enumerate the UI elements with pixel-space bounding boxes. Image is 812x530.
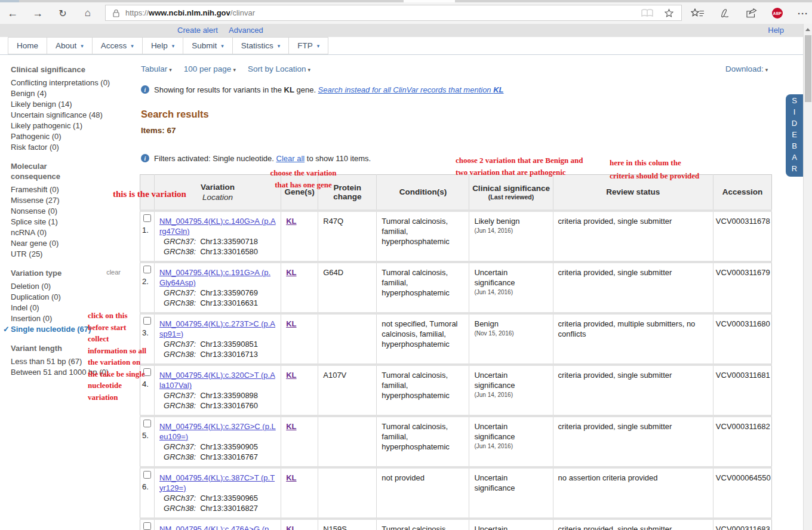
row-checkbox[interactable] <box>143 214 151 222</box>
page-scrollbar[interactable] <box>803 24 812 530</box>
nav-about[interactable]: About▾ <box>47 37 93 54</box>
facet-clear-link[interactable]: clear <box>106 269 121 276</box>
facet-likely-benign[interactable]: Likely benign (14) <box>11 99 137 110</box>
browser-menu-icon[interactable]: ··· <box>798 8 808 19</box>
page-top-strip: Create alert Advanced Help <box>0 24 803 37</box>
gene-link[interactable]: KL <box>286 525 296 530</box>
clinical-significance: Benign <box>474 319 548 329</box>
annotation-gene-column: choose the variation that has one gene <box>262 167 345 191</box>
gene-link[interactable]: KL <box>286 422 296 431</box>
gene-link[interactable]: KL <box>286 473 296 482</box>
table-row: 4. NM_004795.4(KL):c.320C>T (p.Ala107Val… <box>140 365 772 416</box>
notice-text: Showing for results for variants in the <box>154 85 284 94</box>
condition: not specified, Tumoral calcinosis, famil… <box>377 313 469 365</box>
clinical-significance: Likely benign <box>474 216 548 226</box>
nav-access[interactable]: Access▾ <box>92 37 143 54</box>
chevron-down-icon: ▾ <box>278 43 281 49</box>
variation-link[interactable]: NM_004795.4(KL):c.327G>C (p.Leu109=) <box>159 422 276 441</box>
grch38-label: GRCh38: <box>164 452 196 461</box>
nav-help[interactable]: Help▾ <box>142 37 183 54</box>
address-bar[interactable]: https://www.ncbi.nlm.nih.gov/clinvar <box>105 5 682 21</box>
variation-link[interactable]: NM_004795.4(KL):c.273T>C (p.Asp91=) <box>159 319 275 338</box>
back-icon[interactable]: ← <box>0 7 25 20</box>
sort-dropdown[interactable]: Sort by Location▾ <box>248 64 310 73</box>
sidebar-pull-tab[interactable]: SIDEBAR <box>786 94 803 177</box>
browser-toolbar: ← → ↻ ⌂ https://www.ncbi.nlm.nih.gov/cli… <box>0 2 812 24</box>
favorite-star-icon[interactable] <box>664 8 674 18</box>
row-number: 2. <box>140 277 154 286</box>
row-number: 5. <box>140 431 154 440</box>
protein-change <box>318 467 377 519</box>
table-row: 2. NM_004795.4(KL):c.191G>A (p.Gly64Asp)… <box>140 262 772 313</box>
row-number: 6. <box>140 482 154 491</box>
grch38-value: Chr13:33016713 <box>200 350 258 359</box>
share-icon[interactable] <box>746 8 757 18</box>
facet-pathogenic[interactable]: Pathogenic (0) <box>11 131 137 142</box>
table-row: 6. NM_004795.4(KL):c.387C>T (p.Tyr129=) … <box>140 467 772 519</box>
nav-statistics[interactable]: Statistics▾ <box>232 37 290 54</box>
chevron-down-icon: ▾ <box>131 43 134 49</box>
row-checkbox[interactable] <box>143 420 151 427</box>
gene-link[interactable]: KL <box>286 319 296 328</box>
row-checkbox[interactable] <box>143 522 151 530</box>
scroll-up-arrow-icon[interactable] <box>805 28 810 31</box>
variation-link[interactable]: NM_004795.4(KL):c.387C>T (p.Tyr129=) <box>159 473 275 492</box>
chevron-down-icon: ▾ <box>81 43 84 49</box>
chevron-down-icon: ▾ <box>317 43 320 49</box>
annotate-pen-icon[interactable] <box>719 8 731 18</box>
filters-notice: i Filters activated: Single nucleotide. … <box>141 154 371 163</box>
variation-link[interactable]: NM_004795.4(KL):c.191G>A (p.Gly64Asp) <box>159 268 270 287</box>
condition: Tumoral calcinosis, familial, hyperphosp… <box>377 211 469 262</box>
help-link[interactable]: Help <box>768 26 784 35</box>
facet-likely-pathogenic[interactable]: Likely pathogenic (1) <box>11 121 137 131</box>
favorites-hub-icon[interactable] <box>691 8 705 18</box>
facet-splice-site[interactable]: Splice site (1) <box>11 217 137 227</box>
facet-ncrna[interactable]: ncRNA (0) <box>11 227 137 238</box>
variation-link[interactable]: NM_004795.4(KL):c.140G>A (p.Arg47Gln) <box>159 217 276 236</box>
info-icon: i <box>141 85 149 94</box>
table-row: 5. NM_004795.4(KL):c.327G>C (p.Leu109=) … <box>140 416 772 467</box>
clear-all-link[interactable]: Clear all <box>276 154 305 163</box>
facet-duplication[interactable]: Duplication (0) <box>11 292 137 303</box>
gene-link[interactable]: KL <box>286 268 296 277</box>
facet-risk-factor[interactable]: Risk factor (0) <box>11 142 137 153</box>
facet-uncertain-significance[interactable]: Uncertain significance (48) <box>11 110 137 121</box>
variation-link[interactable]: NM_004795.4(KL):c.320C>T (p.Ala107Val) <box>159 371 275 390</box>
facet-benign[interactable]: Benign (4) <box>11 88 137 99</box>
row-checkbox[interactable] <box>143 471 151 479</box>
grch37-label: GRCh37: <box>164 391 196 400</box>
gene-link[interactable]: KL <box>286 371 296 380</box>
row-checkbox[interactable] <box>143 266 151 273</box>
condition: not provided <box>377 467 469 519</box>
create-alert-link[interactable]: Create alert <box>177 26 218 35</box>
grch38-value: Chr13:33016580 <box>200 247 258 256</box>
adblock-badge[interactable]: ABP <box>772 8 783 19</box>
facet-conflicting-interpretations[interactable]: Conflicting interpretations (0) <box>11 78 137 88</box>
advanced-link[interactable]: Advanced <box>229 26 263 35</box>
display-format-dropdown[interactable]: Tabular▾ <box>141 64 172 73</box>
condition: Tumoral calcinosis, familial, hyperphosp… <box>377 262 469 313</box>
variation-link[interactable]: NM_004795.4(KL):c.476A>G (p.As <box>159 525 271 530</box>
download-dropdown[interactable]: Download:▾ <box>725 64 768 73</box>
facet-utr[interactable]: UTR (25) <box>11 249 137 260</box>
home-icon[interactable]: ⌂ <box>75 7 100 19</box>
facet-near-gene[interactable]: Near gene (0) <box>11 238 137 249</box>
chevron-down-icon: ▾ <box>221 43 224 49</box>
table-row: 7. NM_004795.4(KL):c.476A>G (p.As KL N15… <box>140 519 772 530</box>
facet-deletion[interactable]: Deletion (0) <box>11 281 137 292</box>
annotation-variation: this is the variation <box>113 189 186 199</box>
search-instead-link[interactable]: Search instead for all ClinVar records t… <box>318 85 504 94</box>
gene-link[interactable]: KL <box>286 217 296 226</box>
scrollbar-thumb[interactable] <box>805 35 811 102</box>
forward-icon[interactable]: → <box>25 7 50 20</box>
items-per-page-dropdown[interactable]: 100 per page▾ <box>184 64 236 73</box>
nav-submit[interactable]: Submit▾ <box>183 37 233 54</box>
facet-nonsense[interactable]: Nonsense (0) <box>11 206 137 217</box>
nav-ftp[interactable]: FTP▾ <box>288 37 328 54</box>
notice-text: gene. <box>294 85 318 94</box>
refresh-icon[interactable]: ↻ <box>50 8 75 19</box>
reading-view-icon[interactable] <box>641 9 653 17</box>
protein-change <box>318 416 377 467</box>
nav-home[interactable]: Home <box>8 37 47 54</box>
grch37-label: GRCh37: <box>164 442 196 451</box>
